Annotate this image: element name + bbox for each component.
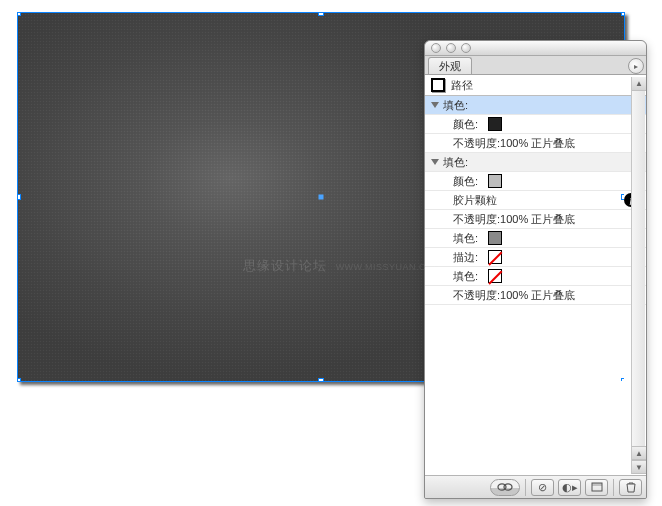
none-swatch-icon[interactable]: [488, 250, 502, 264]
panel-footer: ⊘ ◐▸: [425, 475, 646, 498]
color-row-2[interactable]: 颜色:: [425, 172, 646, 191]
stroke-row[interactable]: 描边:: [425, 248, 646, 267]
scroll-down-icon[interactable]: ▼: [632, 460, 646, 474]
fill-label-2: 填色:: [443, 155, 468, 170]
object-swatch-icon: [431, 78, 445, 92]
link-icon: [496, 482, 514, 492]
scroll-up-icon[interactable]: ▲: [632, 77, 646, 91]
object-type-row: 路径: [425, 75, 646, 96]
color-label-2: 颜色:: [453, 174, 478, 189]
fill-group-row-2[interactable]: 填色:: [425, 153, 646, 172]
tab-appearance[interactable]: 外观: [428, 57, 472, 74]
color-row[interactable]: 颜色:: [425, 115, 646, 134]
opacity-row-3[interactable]: 不透明度:100% 正片叠底: [425, 286, 646, 305]
close-icon[interactable]: [431, 43, 441, 53]
opacity-row-2[interactable]: 不透明度:100% 正片叠底: [425, 210, 646, 229]
zoom-icon[interactable]: [461, 43, 471, 53]
opacity-row[interactable]: 不透明度:100% 正片叠底: [425, 134, 646, 153]
effect-row[interactable]: 胶片颗粒 ƒ: [425, 191, 646, 210]
watermark-main: 思缘设计论坛: [243, 258, 327, 273]
panel-menu-icon[interactable]: ▸: [628, 58, 644, 74]
handle-top-left[interactable]: [17, 12, 21, 16]
effect-label: 胶片颗粒: [453, 193, 497, 208]
scrollbar[interactable]: ▲ ▲ ▼: [631, 77, 645, 474]
opacity-label-2: 不透明度:100% 正片叠底: [453, 212, 575, 227]
duplicate-icon: ◐▸: [562, 481, 578, 494]
handle-top-right[interactable]: [621, 12, 625, 16]
trash-icon: [625, 481, 637, 493]
fill-label-3: 填色:: [453, 231, 478, 246]
fill-label-4: 填色:: [453, 269, 478, 284]
panel-tabrow: 外观 ▸: [425, 56, 646, 75]
appearance-list: 填色: 颜色: 不透明度:100% 正片叠底 填色: 颜色: 胶片颗粒 ƒ 不透…: [425, 96, 646, 475]
new-fill-icon: [591, 481, 603, 493]
fill-row-3[interactable]: 填色:: [425, 229, 646, 248]
delete-button[interactable]: [619, 479, 642, 496]
handle-bottom-middle[interactable]: [318, 378, 324, 382]
fill-label: 填色:: [443, 98, 468, 113]
new-fill-button[interactable]: [585, 479, 608, 496]
opacity-label: 不透明度:100% 正片叠底: [453, 136, 575, 151]
duplicate-button[interactable]: ◐▸: [558, 479, 581, 496]
panel-titlebar[interactable]: [425, 41, 646, 56]
none-swatch-icon[interactable]: [488, 269, 502, 283]
stroke-label: 描边:: [453, 250, 478, 265]
color-swatch-icon[interactable]: [488, 117, 502, 131]
handle-middle-left[interactable]: [17, 194, 21, 200]
chevron-down-icon[interactable]: [431, 159, 439, 165]
handle-bottom-left[interactable]: [17, 378, 21, 382]
handle-top-middle[interactable]: [318, 12, 324, 16]
fill-row-4[interactable]: 填色:: [425, 267, 646, 286]
chevron-down-icon[interactable]: [431, 102, 439, 108]
fill-group-row[interactable]: 填色:: [425, 96, 646, 115]
new-effect-button[interactable]: [490, 479, 520, 496]
color-label: 颜色:: [453, 117, 478, 132]
watermark-sub: WWW.MISSYUAN.COM: [336, 262, 442, 272]
no-icon: ⊘: [538, 481, 547, 494]
color-swatch-icon[interactable]: [488, 174, 502, 188]
minimize-icon[interactable]: [446, 43, 456, 53]
object-type-label: 路径: [451, 78, 473, 93]
opacity-label-3: 不透明度:100% 正片叠底: [453, 288, 575, 303]
watermark: 思缘设计论坛 WWW.MISSYUAN.COM: [243, 257, 442, 275]
scroll-up-icon[interactable]: ▲: [632, 446, 646, 460]
color-swatch-icon[interactable]: [488, 231, 502, 245]
svg-point-1: [504, 484, 512, 490]
appearance-panel: 外观 ▸ 路径 填色: 颜色: 不透明度:100% 正片叠底 填色: 颜色: 胶…: [424, 40, 647, 499]
selection-center-icon[interactable]: [319, 195, 324, 200]
tab-label: 外观: [439, 59, 461, 74]
svg-rect-3: [592, 483, 602, 486]
clear-appearance-button[interactable]: ⊘: [531, 479, 554, 496]
